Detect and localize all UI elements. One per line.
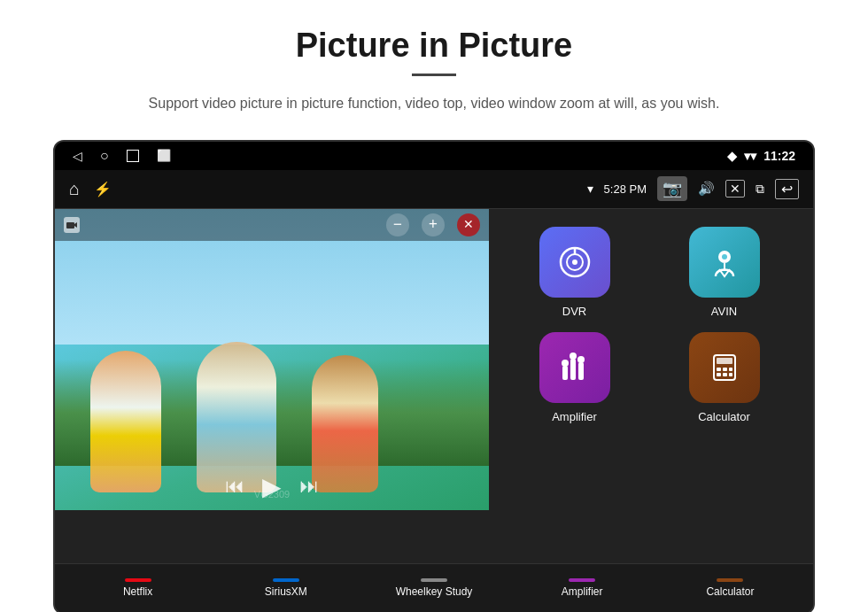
close-icon[interactable]: ✕ [725, 180, 745, 198]
app-grid: DVR AVIN [485, 209, 813, 563]
location-icon: ◆ [727, 149, 737, 163]
svg-rect-18 [723, 368, 727, 371]
svg-point-12 [562, 360, 569, 367]
app-icon-dvr[interactable]: DVR [507, 227, 642, 318]
pip-video[interactable]: − + ✕ ⏮ ▶ ⏭ VG2309 [55, 209, 489, 510]
pip-cam-icon [64, 217, 80, 233]
app-icon-calculator[interactable]: Calculator [656, 332, 792, 423]
calculator-bottom-name: Calculator [706, 585, 754, 598]
svg-point-7 [722, 254, 727, 260]
usb-icon: ⚡ [94, 181, 112, 198]
calculator-icon-box [689, 332, 760, 403]
bottom-app-row: Netflix SiriusXM Wheelkey Study Amplifie… [55, 563, 813, 612]
person-1 [90, 351, 161, 492]
home-icon[interactable]: ○ [100, 148, 109, 164]
svg-point-4 [572, 260, 577, 265]
status-left: ◁ ○ ⬜ [73, 148, 171, 164]
svg-marker-1 [74, 222, 77, 228]
app-icon-avin[interactable]: AVIN [656, 227, 792, 318]
bottom-app-netflix[interactable]: Netflix [64, 578, 212, 598]
pip-controls-bar: − + ✕ [55, 209, 489, 241]
android-nav-bar: ⌂ ⚡ ▾ 5:28 PM 📷 🔊 ✕ ⧉ ↩ [55, 170, 813, 209]
amplifier-icon-box [539, 332, 610, 403]
nav-time: 5:28 PM [604, 182, 647, 196]
status-right: ◆ ▾▾ 11:22 [727, 149, 795, 163]
page-subtitle: Support video picture in picture functio… [53, 92, 815, 115]
android-content: − + ✕ ⏮ ▶ ⏭ VG2309 [55, 209, 813, 563]
pip-next-btn[interactable]: ⏭ [299, 475, 319, 498]
wheelkey-dot [421, 578, 447, 582]
amplifier-bottom-name: Amplifier [562, 585, 603, 598]
pip-prev-btn[interactable]: ⏮ [225, 475, 244, 498]
nav-left: ⌂ ⚡ [69, 179, 112, 199]
calculator-dot [717, 578, 743, 582]
wheelkey-name: Wheelkey Study [396, 585, 473, 598]
home-button[interactable]: ⌂ [69, 179, 80, 199]
page-wrapper: Picture in Picture Support video picture… [0, 0, 868, 612]
android-status-bar: ◁ ○ ⬜ ◆ ▾▾ 11:22 [55, 142, 813, 170]
pip-minus-btn[interactable]: − [386, 213, 409, 236]
app-icon-amplifier[interactable]: Amplifier [507, 332, 642, 423]
avin-icon-box [689, 227, 760, 298]
svg-rect-10 [570, 359, 576, 380]
volume-icon[interactable]: 🔊 [698, 181, 715, 197]
screenshot-icon[interactable]: ⬜ [157, 149, 171, 162]
bottom-app-amplifier[interactable]: Amplifier [508, 578, 656, 598]
bottom-app-siriusxm[interactable]: SiriusXM [212, 578, 360, 598]
pip-plus-btn[interactable]: + [422, 213, 445, 236]
svg-point-13 [570, 352, 577, 360]
person-2 [197, 342, 276, 492]
dvr-label: DVR [562, 305, 586, 318]
watermark: VG2309 [254, 489, 290, 500]
svg-rect-21 [723, 373, 727, 376]
pip-resize-controls: − + ✕ [386, 213, 480, 236]
svg-rect-0 [66, 222, 74, 229]
svg-rect-11 [578, 362, 584, 380]
siriusxm-name: SiriusXM [265, 585, 307, 598]
svg-rect-16 [717, 358, 732, 364]
amplifier-label: Amplifier [552, 410, 597, 423]
amplifier-dot [569, 578, 595, 582]
netflix-name: Netflix [123, 585, 152, 598]
svg-point-14 [577, 356, 585, 363]
calculator-label: Calculator [698, 410, 750, 423]
back-button[interactable]: ↩ [775, 179, 799, 199]
page-title: Picture in Picture [53, 27, 815, 65]
pip-icon[interactable]: ⧉ [756, 182, 764, 197]
svg-rect-9 [562, 366, 568, 380]
siriusxm-dot [273, 578, 299, 582]
nav-right: ▾ 5:28 PM 📷 🔊 ✕ ⧉ ↩ [587, 176, 799, 201]
bottom-app-calculator[interactable]: Calculator [656, 578, 804, 598]
wifi-status-icon: ▾ [587, 182, 593, 196]
camera-icon[interactable]: 📷 [657, 176, 687, 201]
pip-video-inner: − + ✕ ⏮ ▶ ⏭ VG2309 [55, 209, 489, 510]
title-divider [412, 74, 456, 76]
netflix-dot [125, 578, 151, 582]
pip-close-btn[interactable]: ✕ [457, 213, 480, 236]
svg-rect-19 [729, 368, 732, 371]
avin-label: AVIN [711, 305, 737, 318]
svg-rect-17 [717, 368, 721, 371]
bottom-app-wheelkey[interactable]: Wheelkey Study [360, 578, 508, 598]
recents-icon[interactable] [127, 150, 139, 162]
dvr-icon-box [539, 227, 610, 298]
svg-rect-20 [717, 373, 721, 376]
wifi-icon: ▾▾ [744, 149, 756, 163]
clock: 11:22 [763, 149, 795, 163]
back-icon[interactable]: ◁ [73, 149, 82, 163]
svg-rect-22 [729, 373, 732, 376]
device-frame: ◁ ○ ⬜ ◆ ▾▾ 11:22 ⌂ ⚡ [53, 140, 815, 612]
